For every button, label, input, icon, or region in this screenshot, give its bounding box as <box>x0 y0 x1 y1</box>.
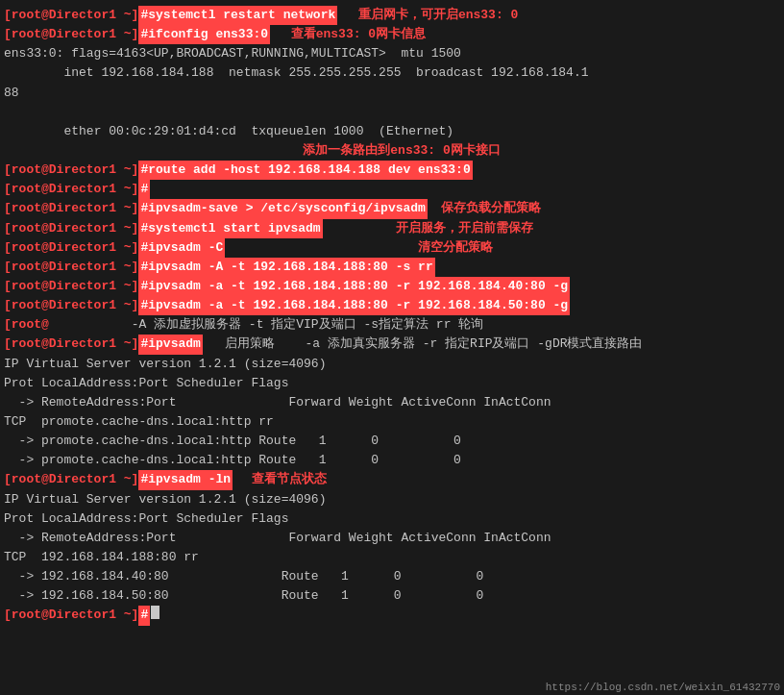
line-3: ens33:0: flags=4163<UP,BROADCAST,RUNNING… <box>4 44 780 63</box>
line-28: -> 192.168.184.40:80 Route 1 0 0 <box>4 567 780 586</box>
spacer-1 <box>337 6 358 25</box>
prompt-9: [root@Director1 ~] <box>4 199 138 218</box>
line-6: ether 00:0c:29:01:d4:cd txqueuelen 1000 … <box>4 122 780 141</box>
text-22: -> promote.cache-dns.local:http Route 1 … <box>4 451 461 470</box>
line-2: [root@Director1 ~]#ifconfig ens33:0 查看en… <box>4 25 780 44</box>
prompt-11: [root@Director1 ~] <box>4 238 138 258</box>
comment-23: 查看节点状态 <box>252 470 327 489</box>
comment-2: 查看ens33: 0网卡信息 <box>291 25 426 44</box>
line-16: [root@Director1 ~]#ipvsadm 启用策略 -a 添加真实服… <box>4 335 780 354</box>
line-5: 88 <box>4 84 780 103</box>
text-25: Prot LocalAddress:Port Scheduler Flags <box>4 509 288 529</box>
cmd-14: #ipvsadm -a -t 192.168.184.188:80 -r 192… <box>138 296 570 315</box>
text-20: TCP promote.cache-dns.local:http rr <box>4 412 274 432</box>
line-25: Prot LocalAddress:Port Scheduler Flags <box>4 509 780 529</box>
text-29: -> 192.168.184.50:80 Route 1 0 0 <box>4 586 483 606</box>
line-24: IP Virtual Server version 1.2.1 (size=40… <box>4 490 780 509</box>
text-21: -> promote.cache-dns.local:http Route 1 … <box>4 432 461 451</box>
text-4: inet 192.168.184.188 netmask 255.255.255… <box>4 63 589 83</box>
prompt-14: [root@Director1 ~] <box>4 296 138 315</box>
line-blank1 <box>4 103 780 122</box>
line-27: TCP 192.168.184.188:80 rr <box>4 548 780 567</box>
text-16: 启用策略 -a 添加真实服务器 -r 指定RIP及端口 -gDR模式直接路由 <box>203 335 643 354</box>
text-28: -> 192.168.184.40:80 Route 1 0 0 <box>4 567 483 586</box>
spacer-23 <box>233 470 252 489</box>
text-3: ens33:0: flags=4163<UP,BROADCAST,RUNNING… <box>4 44 461 63</box>
cmd-9: #ipvsadm-save > /etc/sysconfig/ipvsadm <box>138 199 427 218</box>
line-30: [root@Director1 ~]# <box>4 606 780 625</box>
line-14: [root@Director1 ~]#ipvsadm -a -t 192.168… <box>4 296 780 315</box>
text-18: Prot LocalAddress:Port Scheduler Flags <box>4 374 288 393</box>
watermark: https://blog.csdn.net/weixin_61432770 <box>546 682 780 693</box>
line-7: [root@Director1 ~]#route add -host 192.1… <box>4 161 780 180</box>
line-22: -> promote.cache-dns.local:http Route 1 … <box>4 451 780 470</box>
spacer-11 <box>225 238 418 258</box>
comment-10: 开启服务，开启前需保存 <box>396 219 533 238</box>
annotation-route-text: 添加一条路由到ens33: 0网卡接口 <box>303 141 500 161</box>
line-29: -> 192.168.184.50:80 Route 1 0 0 <box>4 586 780 606</box>
prompt-12: [root@Director1 ~] <box>4 258 138 277</box>
line-20: TCP promote.cache-dns.local:http rr <box>4 412 780 432</box>
line-9: [root@Director1 ~]#ipvsadm-save > /etc/s… <box>4 199 780 218</box>
text-5: 88 <box>4 84 19 103</box>
comment-9: 保存负载分配策略 <box>441 199 541 218</box>
cmd-30: # <box>138 606 150 625</box>
text-6: ether 00:0c:29:01:d4:cd txqueuelen 1000 … <box>4 122 453 141</box>
spacer-9 <box>428 199 441 218</box>
prompt-10: [root@Director1 ~] <box>4 219 138 238</box>
line-11: [root@Director1 ~]#ipvsadm -C 清空分配策略 <box>4 238 780 258</box>
spacer-2 <box>270 25 291 44</box>
cmd-10: #systemctl start ipvsadm <box>138 219 322 238</box>
line-13: [root@Director1 ~]#ipvsadm -a -t 192.168… <box>4 277 780 296</box>
line-19: -> RemoteAddress:Port Forward Weight Act… <box>4 393 780 412</box>
text-27: TCP 192.168.184.188:80 rr <box>4 548 199 567</box>
line-26: -> RemoteAddress:Port Forward Weight Act… <box>4 529 780 548</box>
prompt-16: [root@Director1 ~] <box>4 335 138 354</box>
line-21: -> promote.cache-dns.local:http Route 1 … <box>4 432 780 451</box>
prompt-13: [root@Director1 ~] <box>4 277 138 296</box>
line-17: IP Virtual Server version 1.2.1 (size=40… <box>4 355 780 374</box>
text-19: -> RemoteAddress:Port Forward Weight Act… <box>4 393 551 412</box>
annotation-route: 添加一条路由到ens33: 0网卡接口 <box>4 141 780 161</box>
cmd-23: #ipvsadm -ln <box>138 470 233 489</box>
text-24: IP Virtual Server version 1.2.1 (size=40… <box>4 490 326 509</box>
line-18: Prot LocalAddress:Port Scheduler Flags <box>4 374 780 393</box>
cmd-2: #ifconfig ens33:0 <box>138 25 270 44</box>
line-10: [root@Director1 ~]#systemctl start ipvsa… <box>4 219 780 238</box>
line-12: [root@Director1 ~]#ipvsadm -A -t 192.168… <box>4 258 780 277</box>
text-17: IP Virtual Server version 1.2.1 (size=40… <box>4 355 326 374</box>
prompt-7: [root@Director1 ~] <box>4 161 138 180</box>
prompt-8: [root@Director1 ~] <box>4 180 138 199</box>
comment-11: 清空分配策略 <box>418 238 493 258</box>
cmd-11: #ipvsadm -C <box>138 238 225 258</box>
cursor <box>151 606 159 619</box>
cmd-16: #ipvsadm <box>138 335 202 354</box>
cmd-13: #ipvsadm -a -t 192.168.184.188:80 -r 192… <box>138 277 570 296</box>
comment-1: 重启网卡，可开启ens33: 0 <box>358 6 518 25</box>
text-26: -> RemoteAddress:Port Forward Weight Act… <box>4 529 551 548</box>
prompt-2: [root@Director1 ~] <box>4 25 138 44</box>
prompt-23: [root@Director1 ~] <box>4 470 138 489</box>
prompt-30: [root@Director1 ~] <box>4 606 138 625</box>
cmd-8: # <box>138 180 150 199</box>
spacer-10 <box>323 219 396 238</box>
line-23: [root@Director1 ~]#ipvsadm -ln 查看节点状态 <box>4 470 780 489</box>
line-1: [root@Director1 ~]#systemctl restart net… <box>4 6 780 25</box>
cmd-7: #route add -host 192.168.184.188 dev ens… <box>138 161 472 180</box>
prompt-15a: [root@ <box>4 315 49 335</box>
cmd-12: #ipvsadm -A -t 192.168.184.188:80 -s rr <box>138 258 434 277</box>
line-4: inet 192.168.184.188 netmask 255.255.255… <box>4 63 780 83</box>
terminal: [root@Director1 ~]#systemctl restart net… <box>0 0 784 695</box>
line-8: [root@Director1 ~]# <box>4 180 780 199</box>
line-15: [root@ -A 添加虚拟服务器 -t 指定VIP及端口 -s指定算法 rr … <box>4 315 780 335</box>
cmd-1: #systemctl restart network <box>138 6 337 25</box>
prompt-1: [root@Director1 ~] <box>4 6 138 25</box>
text-15: -A 添加虚拟服务器 -t 指定VIP及端口 -s指定算法 rr 轮询 <box>49 315 483 335</box>
